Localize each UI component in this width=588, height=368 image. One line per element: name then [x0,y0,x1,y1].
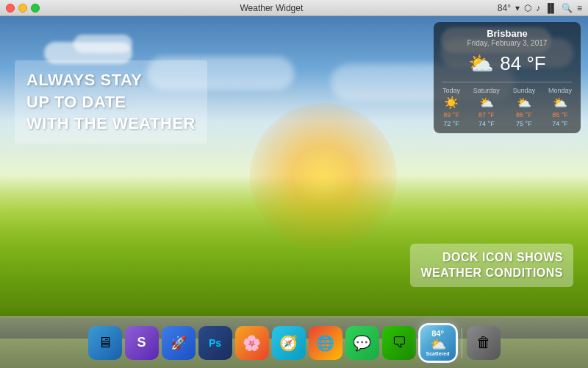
hero-line1: ALWAYS STAY [26,71,143,89]
siri-icon: S [137,335,146,350]
forecast-sun-icon: ⛅ [517,96,531,110]
menubar-right: 84° ▾ ⬡ ♪ ▐▌ 🔍 ≡ [498,3,582,13]
forecast-sat-low: 74 °F [478,120,495,127]
temperature-menubar: 84° [498,3,511,13]
search-icon[interactable]: 🔍 [562,3,573,13]
forecast-mon-high: 85 °F [552,111,568,118]
forecast-mon-low: 74 °F [552,120,568,127]
dock-item-messages[interactable]: 💬 [345,326,379,360]
dock-item-trash[interactable]: 🗑 [467,326,501,360]
close-button[interactable] [6,4,15,13]
forecast-sun-high: 86 °F [516,111,532,118]
weather-widget: Brisbane Friday, February 3, 2017 ⛅ 84 °… [434,22,581,133]
ps-icon: Ps [209,337,221,349]
wifi-icon: ▾ [515,3,520,13]
bluetooth-icon: ⬡ [524,3,531,13]
current-weather-icon: ⛅ [468,52,494,76]
maximize-button[interactable] [31,4,40,13]
notification-icon[interactable]: ≡ [577,3,582,13]
dock-description-text: DOCK ICON SHOWS WEATHER CONDITIONS [420,250,563,281]
dock-item-launchpad[interactable]: 🚀 [162,326,196,360]
forecast-sunday: Sunday ⛅ 86 °F 75 °F [513,87,536,127]
dock: 🖥 S 🚀 Ps 🌸 🧭 🌐 💬 🗨 84° ⛅ Scattered 🗑 [0,316,588,368]
forecast-sun-low: 75 °F [516,120,532,127]
window-title: Weather Widget [46,3,498,13]
dock-text-line1: DOCK ICON SHOWS [442,251,563,263]
dock-item-finder[interactable]: 🖥 [88,326,122,360]
minimize-button[interactable] [18,4,27,13]
titlebar: Weather Widget 84° ▾ ⬡ ♪ ▐▌ 🔍 ≡ [0,0,588,16]
forecast-sat-label: Saturday [473,87,500,94]
battery-icon: ▐▌ [545,3,557,13]
dock-text-line2: WEATHER CONDITIONS [420,266,563,279]
chrome-icon: 🌐 [316,334,334,352]
forecast-row: Today ☀️ 89 °F 72 °F Saturday ⛅ 87 °F 74… [442,82,572,127]
widget-current-weather: ⛅ 84 °F [442,52,572,76]
forecast-sat-icon: ⛅ [479,96,494,110]
volume-icon: ♪ [536,3,540,13]
finder-icon: 🖥 [98,334,112,351]
launchpad-icon: 🚀 [171,335,187,351]
current-temperature: 84 °F [500,52,545,75]
forecast-sat-high: 87 °F [478,111,495,118]
dock-separator [462,328,462,358]
safari-icon: 🧭 [279,334,298,352]
forecast-sun-label: Sunday [513,87,536,94]
hero-text-box: ALWAYS STAY UP TO DATE WITH THE WEATHER [15,60,207,144]
widget-date: Friday, February 3, 2017 [442,39,572,47]
forecast-today-icon: ☀️ [444,96,459,110]
forecast-today-label: Today [442,87,460,94]
forecast-saturday: Saturday ⛅ 87 °F 74 °F [473,87,500,127]
desktop-background: ALWAYS STAY UP TO DATE WITH THE WEATHER … [0,16,588,368]
messages-icon: 💬 [353,334,371,352]
forecast-today: Today ☀️ 89 °F 72 °F [442,87,460,127]
cloud-2 [74,35,132,53]
photos-icon: 🌸 [243,334,261,352]
dock-weather-icon: ⛅ [430,338,446,351]
dock-item-photos[interactable]: 🌸 [235,326,269,360]
dock-item-weather[interactable]: 84° ⛅ Scattered [419,324,457,362]
dock-weather-label: Scattered [426,351,450,356]
widget-city: Brisbane [442,28,572,39]
dock-item-wechat[interactable]: 🗨 [382,326,416,360]
wechat-icon: 🗨 [392,334,406,351]
forecast-monday: Monday ⛅ 85 °F 74 °F [548,87,572,127]
dock-item-siri[interactable]: S [125,326,159,360]
dock-item-chrome[interactable]: 🌐 [309,326,343,360]
dock-item-safari[interactable]: 🧭 [272,326,306,360]
traffic-lights [6,4,40,13]
forecast-mon-icon: ⛅ [553,96,567,110]
forecast-today-high: 89 °F [443,111,459,118]
hero-line2: UP TO DATE [26,93,126,111]
trash-icon: 🗑 [476,334,491,351]
dock-weather-temperature: 84° [431,330,444,338]
hero-text: ALWAYS STAY UP TO DATE WITH THE WEATHER [26,69,196,135]
dock-item-photoshop[interactable]: Ps [198,326,232,360]
dock-description-box: DOCK ICON SHOWS WEATHER CONDITIONS [410,244,573,287]
forecast-today-low: 72 °F [443,120,459,127]
hero-line3: WITH THE WEATHER [26,114,196,132]
forecast-mon-label: Monday [548,87,572,94]
